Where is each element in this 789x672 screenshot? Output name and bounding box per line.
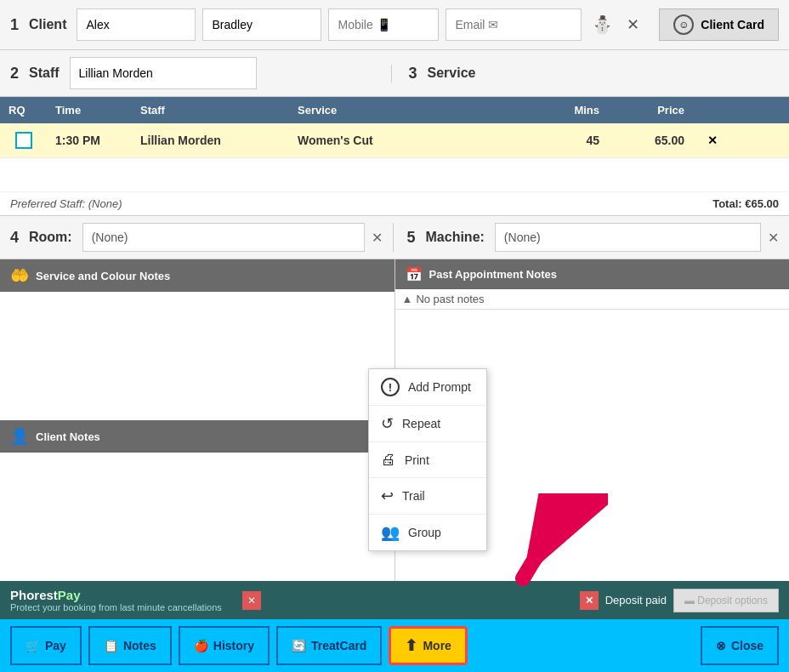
repeat-label: Repeat [402, 417, 440, 430]
service-section: 3 Service [391, 65, 780, 83]
notes-button[interactable]: 📋 Notes [88, 626, 172, 665]
client-card-label: Client Card [701, 18, 764, 31]
table-row: 1:30 PM Lillian Morden Women's Cut 45 65… [0, 123, 789, 158]
td-delete[interactable]: ✕ [693, 125, 731, 156]
history-label: History [213, 639, 254, 652]
deposit-options-button[interactable]: ▬ Deposit options [673, 589, 779, 612]
td-time: 1:30 PM [47, 125, 132, 156]
machine-input[interactable] [495, 223, 761, 252]
close-button[interactable]: ⊗ Close [701, 626, 779, 665]
staff-service-row: 2 Staff 3 Service [0, 50, 789, 97]
phorest-pay-cancel-icon[interactable]: ✕ [242, 591, 261, 610]
notes-left-panel: 🤲 Service and Colour Notes 👤 Client Note… [0, 259, 395, 581]
phorest-pay-title: PhorestPay [10, 588, 222, 602]
room-label: Room: [29, 230, 72, 245]
th-mins: Mins [540, 97, 608, 123]
room-machine-row: 4 Room: ✕ 5 Machine: ✕ [0, 216, 789, 259]
notes-label: Notes [123, 639, 156, 652]
client-mobile-input[interactable] [328, 9, 439, 41]
phorest-pay-bar: PhorestPay Protect your booking from las… [0, 581, 789, 619]
staff-name-input[interactable] [70, 57, 257, 89]
service-notes-icon: 🤲 [10, 266, 29, 285]
preferred-staff-label: Preferred Staff: (None) [10, 197, 122, 210]
past-notes-header: 📅 Past Appointment Notes [395, 259, 790, 289]
close-label: Close [731, 639, 763, 652]
more-label: More [423, 639, 451, 652]
client-row-label: Client [29, 17, 66, 32]
client-row: 1 Client ⛄ ✕ ☺ Client Card [0, 0, 789, 50]
total-label: Total: €65.00 [712, 197, 779, 210]
table-empty-row [0, 158, 789, 192]
trail-icon: ↩ [381, 487, 394, 505]
past-notes-value: No past notes [416, 293, 484, 305]
deposit-paid-section: ✕ Deposit paid ▬ Deposit options [580, 589, 779, 612]
staff-row-number: 2 [10, 65, 19, 83]
service-notes-header: 🤲 Service and Colour Notes [0, 259, 394, 292]
dropdown-print[interactable]: 🖨 Print [369, 442, 486, 478]
add-prompt-icon: ! [381, 378, 400, 396]
notes-icon: 📋 [104, 639, 118, 652]
th-time: Time [47, 97, 132, 123]
history-button[interactable]: 🍎 History [179, 626, 270, 665]
client-close-icon[interactable]: ✕ [627, 15, 639, 34]
treatcard-label: TreatCard [311, 639, 366, 652]
room-row-number: 4 [10, 229, 19, 247]
service-notes-label: Service and Colour Notes [36, 270, 170, 282]
appointment-table: RQ Time Staff Service Mins Price 1:30 PM… [0, 97, 789, 216]
room-input[interactable] [82, 223, 365, 252]
td-service: Women's Cut [289, 125, 540, 156]
print-label: Print [405, 453, 429, 467]
client-card-button[interactable]: ☺ Client Card [659, 9, 779, 41]
client-notes-icon: 👤 [10, 427, 29, 446]
pay-icon: 🛒 [26, 639, 40, 652]
deposit-paid-label: Deposit paid [605, 594, 667, 607]
th-price: Price [608, 97, 693, 123]
service-row-number: 3 [409, 65, 417, 83]
th-action [693, 97, 731, 123]
machine-label: Machine: [426, 230, 485, 245]
print-icon: 🖨 [381, 451, 396, 469]
group-icon: 👥 [381, 523, 400, 542]
bottom-toolbar: 🛒 Pay 📋 Notes 🍎 History 🔄 TreatCard ⬆ Mo… [0, 619, 789, 672]
td-price: 65.00 [608, 125, 693, 156]
dropdown-trail[interactable]: ↩ Trail [369, 478, 486, 515]
group-label: Group [408, 526, 441, 539]
client-notes-body[interactable] [0, 453, 394, 581]
dropdown-add-prompt[interactable]: ! Add Prompt [369, 369, 486, 406]
td-rq [0, 123, 47, 157]
room-section: 4 Room: ✕ [10, 223, 383, 252]
pay-label: Pay [45, 639, 66, 652]
staff-section: 2 Staff [10, 57, 381, 89]
past-notes-arrow: ▲ [402, 293, 413, 305]
table-footer: Preferred Staff: (None) Total: €65.00 [0, 192, 789, 215]
staff-label: Staff [29, 65, 60, 81]
table-header-row: RQ Time Staff Service Mins Price [0, 97, 789, 123]
more-icon: ⬆ [405, 636, 417, 655]
past-notes-label: Past Appointment Notes [429, 268, 557, 281]
machine-row-number: 5 [407, 229, 416, 247]
close-icon: ⊗ [716, 639, 726, 652]
machine-section: 5 Machine: ✕ [393, 223, 780, 252]
treatcard-button[interactable]: 🔄 TreatCard [276, 626, 382, 665]
client-row-number: 1 [10, 16, 19, 34]
room-clear-icon[interactable]: ✕ [372, 230, 383, 246]
past-notes-icon: 📅 [406, 266, 423, 282]
row-checkbox[interactable] [15, 132, 32, 149]
add-prompt-label: Add Prompt [408, 380, 471, 394]
person-icon[interactable]: ⛄ [592, 14, 613, 35]
pay-button[interactable]: 🛒 Pay [10, 626, 82, 665]
dropdown-group[interactable]: 👥 Group [369, 515, 486, 550]
service-notes-body[interactable] [0, 292, 394, 420]
phorest-pay-info: PhorestPay Protect your booking from las… [10, 588, 222, 612]
more-button[interactable]: ⬆ More [389, 626, 467, 665]
client-notes-header: 👤 Client Notes [0, 420, 394, 453]
client-last-name-input[interactable] [202, 9, 321, 41]
th-service: Service [289, 97, 540, 123]
client-first-name-input[interactable] [77, 9, 196, 41]
td-staff: Lillian Morden [132, 125, 289, 156]
dropdown-repeat[interactable]: ↺ Repeat [369, 406, 486, 442]
arrow-indicator [472, 493, 608, 595]
client-email-input[interactable] [446, 9, 582, 41]
trail-label: Trail [402, 489, 425, 503]
machine-clear-icon[interactable]: ✕ [768, 230, 779, 246]
